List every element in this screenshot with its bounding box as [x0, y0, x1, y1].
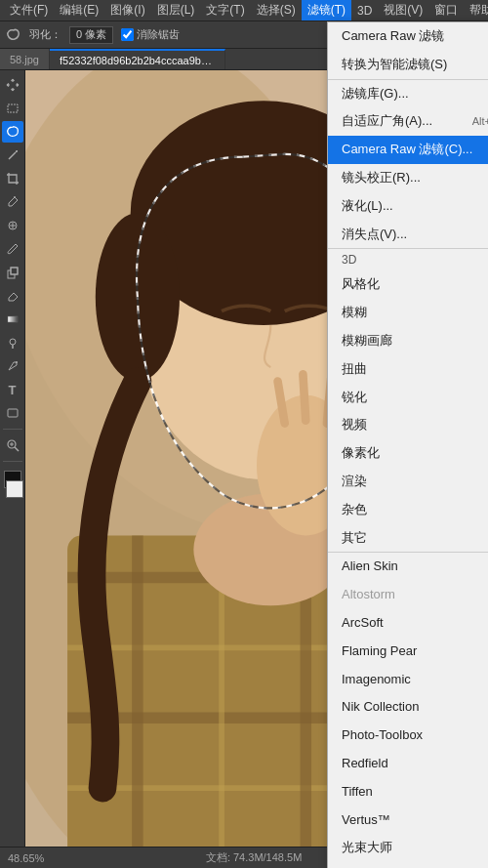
filter-gallery-label: 滤镜库(G)...	[342, 84, 409, 104]
render-label: 渲染	[342, 472, 367, 492]
svg-point-12	[10, 339, 16, 345]
menu-text[interactable]: 文字(T)	[200, 0, 250, 21]
camera-raw-filter-label: Camera Raw 滤镜(C)...	[342, 140, 472, 160]
menu-help[interactable]: 帮助	[464, 0, 488, 21]
blur-label: 模糊	[342, 303, 367, 323]
menu-photo-toolbox[interactable]: Photo-Toolbox ▶	[328, 722, 488, 750]
menu-filter-gallery[interactable]: 滤镜库(G)...	[328, 80, 488, 108]
menu-select[interactable]: 选择(S)	[251, 0, 302, 21]
healing-btn[interactable]	[2, 215, 23, 236]
menu-pixelate[interactable]: 像素化 ▶	[328, 439, 488, 468]
menu-sharpen[interactable]: 锐化 ▶	[328, 384, 488, 412]
anti-alias-area: 消除锯齿	[121, 27, 180, 42]
zoom-btn[interactable]	[2, 434, 23, 456]
menu-distort[interactable]: 扭曲 ▶	[328, 355, 488, 384]
menu-blur-gallery[interactable]: 模糊画廊 ▶	[328, 327, 488, 355]
menu-light-master[interactable]: 光束大师 ▶	[328, 834, 488, 862]
menu-vertus[interactable]: Vertus™ ▶	[328, 806, 488, 835]
alien-skin-label: Alien Skin	[342, 557, 398, 577]
menu-filter[interactable]: 滤镜(T)	[302, 0, 351, 21]
vanishing-point-label: 消失点(V)...	[342, 225, 407, 245]
menu-redfield[interactable]: Redfield ▶	[328, 750, 488, 778]
svg-point-4	[14, 196, 16, 198]
menu-video[interactable]: 视频 ▶	[328, 411, 488, 439]
eyedropper-btn[interactable]	[2, 191, 23, 213]
svg-rect-9	[11, 268, 18, 274]
video-label: 视频	[342, 415, 367, 435]
menu-camera-raw-filter[interactable]: Camera Raw 滤镜(C)... Shift	[328, 136, 488, 164]
lens-correction-label: 镜头校正(R)...	[342, 168, 421, 188]
brush-btn[interactable]	[2, 238, 23, 260]
menu-camera-raw-top[interactable]: Camera Raw 滤镜 Alt	[328, 22, 488, 51]
menu-top-section: Camera Raw 滤镜 Alt 转换为智能滤镜(S)	[328, 22, 488, 80]
adaptive-wide-label: 自适应广角(A)...	[342, 111, 432, 132]
menu-lens-correction[interactable]: 镜头校正(R)... Shift	[328, 164, 488, 192]
menu-3d[interactable]: 3D	[351, 2, 378, 20]
tab-f52332[interactable]: f52332f08d96b2b2b4cccaa9bbdabbfd.jpg @	[50, 49, 225, 70]
menu-plugins-section: Alien Skin ▶ Altostorm ArcSoft ▶ Flaming…	[328, 553, 488, 868]
menu-view[interactable]: 视图(V)	[378, 0, 428, 21]
adaptive-wide-shortcut: Alt+Shift	[472, 113, 488, 131]
eraser-btn[interactable]	[2, 285, 23, 307]
shape-btn[interactable]	[2, 402, 23, 424]
filter-dropdown-menu: Camera Raw 滤镜 Alt 转换为智能滤镜(S) 滤镜库(G)... 自…	[327, 21, 488, 868]
rectangular-marquee-btn[interactable]	[2, 98, 23, 119]
menu-adaptive-wide[interactable]: 自适应广角(A)... Alt+Shift	[328, 107, 488, 136]
feather-text: 羽化：	[29, 27, 61, 42]
menu-imagenomic[interactable]: Imagenomic ▶	[328, 666, 488, 694]
imagenomic-label: Imagenomic	[342, 670, 411, 690]
redfield-label: Redfield	[342, 754, 388, 774]
menu-bar: 文件(F) 编辑(E) 图像(I) 图层(L) 文字(T) 选择(S) 滤镜(T…	[0, 0, 488, 21]
3d-header: 3D	[328, 249, 488, 270]
wand-tool-btn[interactable]	[2, 145, 23, 166]
feather-input[interactable]	[69, 26, 113, 44]
clone-btn[interactable]	[2, 262, 23, 283]
menu-beauty[interactable]: 美容 ▶	[328, 862, 488, 868]
menu-image[interactable]: 图像(I)	[104, 0, 150, 21]
menu-flaming-pear[interactable]: Flaming Pear ▶	[328, 638, 488, 666]
toolbar-divider2	[3, 461, 22, 462]
menu-window[interactable]: 窗口	[428, 0, 464, 21]
menu-render[interactable]: 渲染 ▶	[328, 468, 488, 496]
menu-second-section: 滤镜库(G)... 自适应广角(A)... Alt+Shift Camera R…	[328, 80, 488, 250]
menu-stylize[interactable]: 风格化 ▶	[328, 270, 488, 299]
flaming-pear-label: Flaming Pear	[342, 641, 417, 662]
menu-layer[interactable]: 图层(L)	[151, 0, 201, 21]
tab-58jpg[interactable]: 58.jpg	[0, 49, 50, 70]
menu-edit[interactable]: 编辑(E)	[54, 0, 104, 21]
svg-rect-15	[8, 409, 18, 417]
menu-convert-smart[interactable]: 转换为智能滤镜(S)	[328, 51, 488, 79]
menu-vanishing-point[interactable]: 消失点(V)... Alt	[328, 221, 488, 249]
liquify-label: 液化(L)...	[342, 196, 393, 217]
menu-alien-skin[interactable]: Alien Skin ▶	[328, 553, 488, 581]
gradient-btn[interactable]	[2, 309, 23, 330]
anti-alias-checkbox[interactable]	[121, 28, 134, 41]
stylize-label: 风格化	[342, 274, 380, 295]
pixelate-label: 像素化	[342, 443, 380, 464]
pen-btn[interactable]	[2, 355, 23, 377]
bg-color-swatch[interactable]	[6, 480, 23, 498]
text-btn[interactable]: T	[2, 379, 23, 400]
menu-tiffen[interactable]: Tiffen ▶	[328, 778, 488, 806]
menu-noise[interactable]: 杂色 ▶	[328, 496, 488, 524]
menu-file[interactable]: 文件(F)	[4, 0, 54, 21]
tool-icon-area	[6, 27, 21, 43]
menu-arcsoft[interactable]: ArcSoft ▶	[328, 609, 488, 638]
menu-liquify[interactable]: 液化(L)... Shift	[328, 192, 488, 221]
feather-label: 羽化：	[29, 27, 61, 42]
svg-line-1	[9, 152, 16, 159]
nik-collection-label: Nik Collection	[342, 697, 419, 718]
menu-nik-collection[interactable]: Nik Collection ▶	[328, 693, 488, 722]
menu-other[interactable]: 其它 ▶	[328, 524, 488, 553]
svg-point-14	[16, 361, 18, 363]
doc-size: 文档: 74.3M/148.5M	[206, 850, 302, 865]
svg-line-17	[15, 447, 19, 451]
move-tool-btn[interactable]	[2, 74, 23, 96]
dodge-btn[interactable]	[2, 332, 23, 353]
crop-tool-btn[interactable]	[2, 168, 23, 189]
lasso-icon	[6, 27, 21, 43]
toolbar-divider	[3, 429, 22, 430]
lasso-tool-btn[interactable]	[2, 121, 23, 143]
menu-blur[interactable]: 模糊 ▶	[328, 299, 488, 327]
zoom-level: 48.65%	[8, 852, 44, 864]
